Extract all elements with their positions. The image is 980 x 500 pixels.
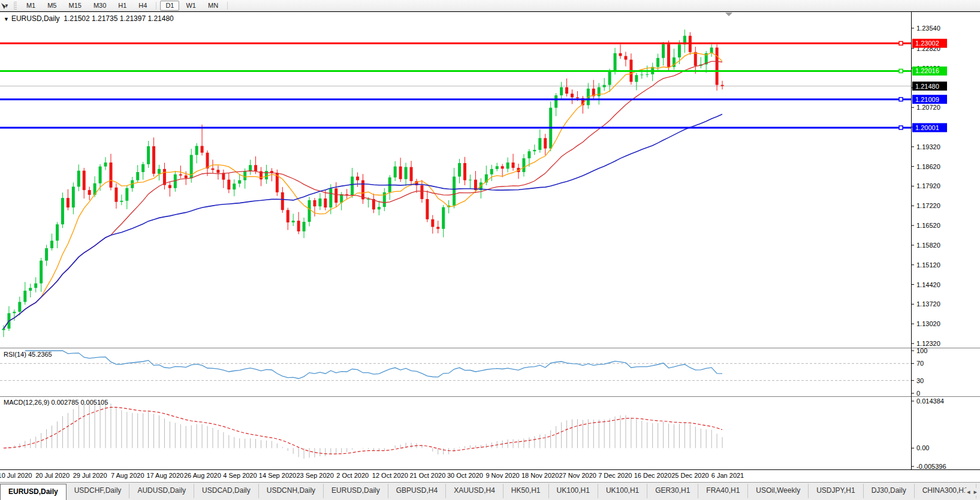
date-label: 17 Aug 2020 — [146, 472, 183, 479]
chart-tab-uk100-h1[interactable]: UK100,H1 — [598, 484, 647, 498]
chart-tab-ger30-h1[interactable]: GER30,H1 — [647, 484, 698, 498]
timeframe-button-m5[interactable]: M5 — [42, 1, 62, 11]
chart-tab-dj30-daily[interactable]: DJ30,Daily — [864, 484, 915, 498]
date-label: 9 Nov 2020 — [486, 472, 519, 479]
price-axis-tick: 1.14420 — [916, 281, 940, 288]
price-axis-tick: 1.15820 — [916, 242, 940, 249]
date-label: 20 Jul 2020 — [35, 472, 70, 479]
rsi-value: 45.2365 — [28, 351, 52, 358]
chart-tab-usdchf-daily[interactable]: USDCHF,Daily — [67, 484, 130, 498]
date-label: 18 Nov 2020 — [521, 472, 559, 479]
timeframe-button-w1[interactable]: W1 — [180, 1, 201, 11]
timeframe-toolbar: ▼ M1M5M15M30H1H4D1W1MN — [0, 0, 980, 11]
terminal-window: ▼ M1M5M15M30H1H4D1W1MN ▼EURUSD,Daily 1.2… — [0, 0, 980, 500]
date-label: 2 Oct 2020 — [336, 472, 369, 479]
macd-axis-tick: -0.005396 — [916, 463, 946, 470]
tab-scroll-right-icon[interactable]: ▸ — [973, 488, 977, 496]
macd-axis-tick: 0.014384 — [916, 397, 944, 405]
macd-value: 0.002785 — [51, 399, 79, 406]
chart-tab-hk50-h1[interactable]: HK50,H1 — [503, 484, 549, 498]
price-axis-tick: 1.17220 — [916, 202, 940, 209]
chart-title-symbol: EURUSD,Daily — [11, 14, 60, 23]
price-axis-tick: 1.19320 — [916, 143, 940, 150]
tab-scroll-controls: ◂ ▸ — [965, 488, 979, 496]
price-axis-tick: 1.13720 — [916, 300, 940, 308]
rsi-axis-tick: 70 — [916, 360, 924, 367]
main-chart-canvas[interactable]: 1.235401.228201.221201.214201.207201.200… — [0, 11, 980, 348]
chart-tab-usoil-weekly[interactable]: USOil,Weekly — [748, 484, 809, 498]
macd-name: MACD(12,26,9) — [4, 399, 49, 406]
date-label: 7 Aug 2020 — [111, 472, 144, 479]
toolbar-separator — [156, 2, 156, 10]
price-badge-text: 1.20001 — [915, 124, 939, 131]
chart-title: ▼EURUSD,Daily 1.21502 1.21735 1.21397 1.… — [4, 14, 174, 23]
date-label: 14 Sep 2020 — [259, 472, 296, 479]
chart-tab-usdcad-daily[interactable]: USDCAD,Daily — [194, 484, 259, 498]
timeframe-button-m1[interactable]: M1 — [21, 1, 41, 11]
rsi-indicator-label: RSI(14) 45.2365 — [4, 351, 52, 358]
date-label: 25 Dec 2020 — [671, 472, 708, 479]
timeframe-button-h4[interactable]: H4 — [133, 1, 152, 11]
price-axis-tick: 1.12320 — [916, 340, 940, 347]
level-line-anchor[interactable] — [899, 69, 903, 73]
price-axis-tick: 1.17920 — [916, 182, 940, 189]
date-label: 23 Sep 2020 — [296, 472, 333, 479]
date-label: 26 Aug 2020 — [184, 472, 221, 479]
price-axis-tick: 1.18620 — [916, 163, 940, 170]
chart-tab-gbpusd-h4[interactable]: GBPUSD,H4 — [388, 484, 446, 498]
level-line-anchor[interactable] — [899, 126, 903, 129]
tab-scroll-left-icon[interactable]: ◂ — [967, 488, 970, 496]
macd-panel-canvas[interactable]: 0.0143840.00-0.005396 — [0, 396, 980, 470]
date-label: 21 Oct 2020 — [409, 472, 445, 479]
price-axis-tick: 1.23540 — [916, 25, 940, 32]
date-label: 12 Oct 2020 — [372, 472, 408, 479]
chart-title-quote: 1.21502 1.21735 1.21397 1.21480 — [64, 14, 174, 23]
rsi-axis-tick: 0 — [916, 390, 920, 396]
macd-axis-tick: 0.00 — [916, 444, 929, 451]
timeframe-button-mn[interactable]: MN — [203, 1, 224, 11]
chart-tab-eurusd-daily[interactable]: EURUSD,Daily — [0, 484, 67, 500]
price-badge-text: 1.21480 — [915, 83, 939, 90]
date-label: 29 Jul 2020 — [73, 472, 107, 479]
date-label: 10 Jul 2020 — [0, 472, 32, 479]
price-axis-tick: 1.15120 — [916, 261, 940, 269]
chart-tab-uk100-h1[interactable]: UK100,H1 — [549, 484, 598, 498]
chart-tab-usdjpy-h1[interactable]: USDJPY,H1 — [809, 484, 863, 498]
date-label: 30 Oct 2020 — [447, 472, 483, 479]
rsi-axis-tick: 100 — [916, 348, 927, 354]
price-axis-tick: 1.16520 — [916, 222, 940, 229]
chart-tab-audusd-daily[interactable]: AUDUSD,Daily — [129, 484, 194, 498]
timeframe-button-m30[interactable]: M30 — [88, 1, 111, 11]
price-badge-text: 1.22016 — [915, 67, 939, 74]
collapse-marker-icon[interactable]: ▼ — [4, 16, 9, 22]
date-label: 4 Sep 2020 — [223, 472, 257, 479]
timeframe-button-h1[interactable]: H1 — [113, 1, 132, 11]
date-axis: 10 Jul 202020 Jul 202029 Jul 20207 Aug 2… — [0, 470, 980, 482]
date-label: 7 Dec 2020 — [598, 472, 632, 479]
rsi-name: RSI(14) — [4, 351, 26, 358]
chart-tab-bar: EURUSD,DailyUSDCHF,DailyAUDUSD,DailyUSDC… — [0, 482, 980, 500]
level-line-anchor[interactable] — [899, 98, 903, 101]
macd-signal-value: 0.005105 — [80, 399, 108, 406]
date-label: 6 Jan 2021 — [711, 472, 744, 479]
rsi-panel-canvas[interactable]: 10070300 — [0, 348, 980, 396]
price-badge-text: 1.21009 — [915, 96, 939, 103]
toolbar-grip[interactable] — [14, 2, 17, 10]
chart-tab-fra40-h1[interactable]: FRA40,H1 — [698, 484, 748, 498]
level-line-anchor[interactable] — [899, 41, 903, 45]
timeframe-buttons: M1M5M15M30H1H4D1W1MN — [20, 1, 231, 11]
rsi-axis-tick: 30 — [916, 377, 924, 384]
date-label: 27 Nov 2020 — [559, 472, 596, 479]
cursor-arrow-icon — [0, 2, 8, 10]
date-label: 16 Dec 2020 — [634, 472, 671, 479]
chart-tab-xauusd-h4[interactable]: XAUUSD,H4 — [446, 484, 503, 498]
toolbar-separator — [227, 2, 228, 10]
timeframe-button-m15[interactable]: M15 — [63, 1, 86, 11]
price-axis-tick: 1.20720 — [916, 104, 940, 111]
macd-indicator-label: MACD(12,26,9) 0.002785 0.005105 — [4, 399, 108, 406]
price-axis-tick: 1.13020 — [916, 320, 940, 327]
chart-tab-usdcnh-daily[interactable]: USDCNH,Daily — [259, 484, 324, 498]
chart-tab-eurusd-daily[interactable]: EURUSD,Daily — [324, 484, 388, 498]
timeframe-button-d1[interactable]: D1 — [160, 1, 179, 11]
price-badge-text: 1.23002 — [915, 40, 939, 47]
